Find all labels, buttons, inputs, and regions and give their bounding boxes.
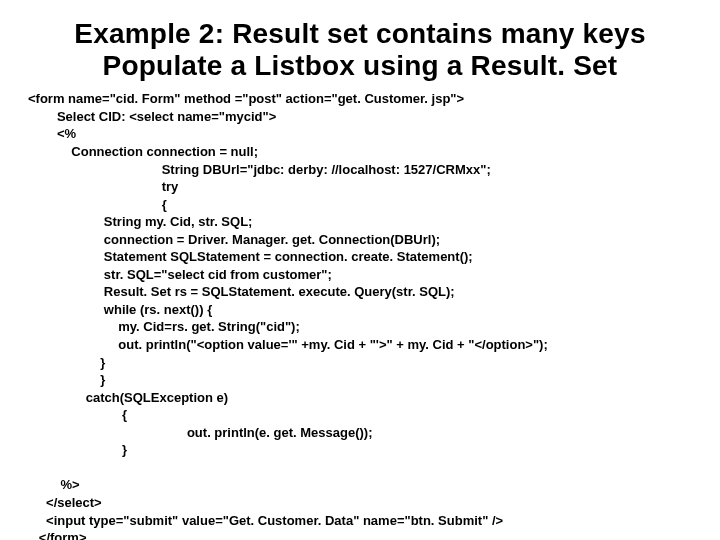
code-block: <form name="cid. Form" method ="post" ac…: [28, 90, 692, 540]
slide-title: Example 2: Result set contains many keys…: [68, 18, 652, 82]
slide: Example 2: Result set contains many keys…: [0, 0, 720, 540]
title-line-1: Example 2: Result set contains many keys: [74, 18, 645, 49]
title-line-2: Populate a Listbox using a Result. Set: [103, 50, 618, 81]
